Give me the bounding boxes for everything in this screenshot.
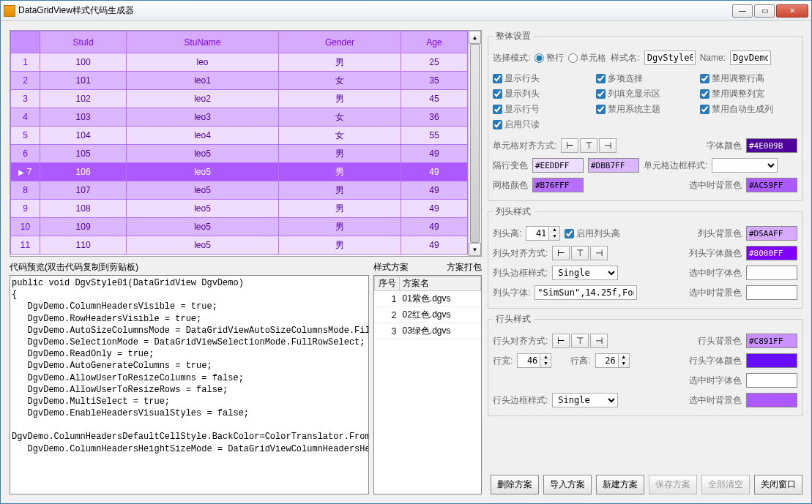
grid-scrollbar[interactable]: ▲ ▼ bbox=[468, 31, 481, 256]
align-center-button[interactable]: ⊤ bbox=[580, 138, 597, 153]
rh-align-left[interactable]: ⊢ bbox=[552, 334, 570, 348]
font-color-swatch[interactable]: #4E009B bbox=[746, 138, 797, 153]
delete-scheme-button[interactable]: 删除方案 bbox=[491, 475, 539, 494]
ch-bg-swatch[interactable]: #D5AAFF bbox=[746, 226, 797, 241]
chk-show-rownum[interactable]: 显示行号 bbox=[493, 103, 590, 116]
titlebar: DataGridView样式代码生成器 — ▭ ✕ bbox=[1, 1, 811, 21]
scroll-thumb[interactable] bbox=[470, 44, 480, 243]
table-row[interactable]: 2101leo1女35 bbox=[11, 72, 468, 90]
table-row[interactable]: 5104leo4女55 bbox=[11, 127, 468, 145]
new-scheme-button[interactable]: 新建方案 bbox=[596, 475, 644, 494]
maximize-button[interactable]: ▭ bbox=[754, 4, 775, 18]
chk-noautogen[interactable]: 禁用自动生成列 bbox=[700, 103, 797, 116]
table-row[interactable]: ▶ 7106leo5男49 bbox=[11, 163, 468, 181]
close-window-button[interactable]: 关闭窗口 bbox=[754, 475, 802, 494]
chk-show-rowheader[interactable]: 显示行头 bbox=[493, 72, 590, 85]
cell-border-select[interactable] bbox=[712, 158, 778, 173]
save-scheme-button[interactable]: 保存方案 bbox=[649, 475, 697, 494]
table-row[interactable]: 9108leo5男49 bbox=[11, 200, 468, 218]
chk-readonly[interactable]: 启用只读 bbox=[493, 119, 590, 131]
import-scheme-button[interactable]: 导入方案 bbox=[543, 475, 592, 494]
chk-multiselect[interactable]: 多项选择 bbox=[596, 72, 693, 85]
rh-fc-swatch[interactable]: #660DFF bbox=[746, 353, 797, 368]
clear-all-button[interactable]: 全部清空 bbox=[701, 475, 750, 494]
ch-selfc-swatch[interactable] bbox=[746, 266, 797, 280]
app-icon bbox=[4, 5, 15, 17]
chk-noresize-row[interactable]: 禁用调整行高 bbox=[700, 72, 797, 85]
global-settings: 整体设置 选择模式: 整行 单元格 样式名: Name: 显示行头 多项选择 禁… bbox=[488, 30, 802, 201]
ch-align-right[interactable]: ⊣ bbox=[590, 246, 608, 260]
scheme-list[interactable]: 序号方案名101紫色.dgvs202红色.dgvs303绿色.dgvs bbox=[373, 275, 482, 494]
list-item[interactable]: 202红色.dgvs bbox=[375, 307, 481, 323]
table-row[interactable]: 1100leo男25 bbox=[11, 53, 468, 72]
ch-font-input[interactable] bbox=[534, 285, 637, 300]
list-item[interactable]: 303绿色.dgvs bbox=[375, 323, 481, 339]
rh-bg-swatch[interactable]: #C891FF bbox=[746, 334, 797, 348]
mode-row-radio[interactable]: 整行 bbox=[534, 52, 564, 64]
sel-bg-swatch[interactable]: #AC59FF bbox=[746, 178, 797, 192]
alt-color2-swatch[interactable]: #DBB7FF bbox=[588, 158, 639, 173]
grid-color-swatch[interactable]: #B76FFF bbox=[532, 178, 584, 192]
rh-align-right[interactable]: ⊣ bbox=[590, 334, 608, 348]
rh-selbg-swatch[interactable]: #AC59FF bbox=[746, 393, 797, 407]
rh-border-select[interactable]: Single bbox=[552, 393, 618, 407]
window-title: DataGridView样式代码生成器 bbox=[18, 4, 732, 17]
colheader-settings: 列头样式 列头高: ▲▼ 启用列头高 列头背景色 #D5AAFF 列头对齐方式:… bbox=[488, 206, 802, 309]
table-row[interactable]: 11110leo5男49 bbox=[11, 236, 468, 255]
scheme-pack-link[interactable]: 方案打包 bbox=[447, 261, 482, 274]
ch-align-center[interactable]: ⊤ bbox=[571, 246, 589, 260]
style-name-input[interactable] bbox=[644, 50, 696, 65]
rowheader-settings: 行头样式 行头对齐方式: ⊢ ⊤ ⊣ 行头背景色 #C891FF 行宽: ▲▼ bbox=[488, 313, 802, 416]
row-width-spinner[interactable]: ▲▼ bbox=[517, 353, 551, 368]
code-preview[interactable]: public void DgvStyle01(DataGridView DgvD… bbox=[10, 275, 369, 494]
colheader-height-spinner[interactable]: ▲▼ bbox=[526, 226, 560, 241]
align-left-button[interactable]: ⊢ bbox=[561, 138, 578, 153]
row-height-spinner[interactable]: ▲▼ bbox=[595, 353, 630, 368]
table-row[interactable]: 3102leo2男45 bbox=[11, 90, 468, 108]
minimize-button[interactable]: — bbox=[732, 4, 753, 18]
alt-color1-swatch[interactable]: #EEDDFF bbox=[532, 158, 584, 173]
scroll-down-icon[interactable]: ▼ bbox=[469, 243, 481, 256]
table-row[interactable]: 6105leo5男49 bbox=[11, 145, 468, 163]
scroll-up-icon[interactable]: ▲ bbox=[469, 31, 481, 44]
chk-show-colheader[interactable]: 显示列头 bbox=[493, 88, 590, 100]
chk-fillcols[interactable]: 列填充显示区 bbox=[596, 88, 693, 100]
mode-cell-radio[interactable]: 单元格 bbox=[568, 52, 606, 64]
table-row[interactable]: 8107leo5男49 bbox=[11, 181, 468, 200]
table-row[interactable]: 4103leo3女36 bbox=[11, 108, 468, 127]
chk-colheader-height[interactable]: 启用列头高 bbox=[565, 227, 620, 240]
rh-align-center[interactable]: ⊤ bbox=[571, 334, 589, 348]
align-right-button[interactable]: ⊣ bbox=[599, 138, 617, 153]
name-input[interactable] bbox=[730, 50, 771, 65]
code-preview-label: 代码预览(双击代码复制到剪贴板) bbox=[10, 260, 369, 275]
list-item[interactable]: 101紫色.dgvs bbox=[375, 291, 481, 307]
chk-noresize-col[interactable]: 禁用调整列宽 bbox=[700, 88, 797, 100]
close-button[interactable]: ✕ bbox=[776, 4, 808, 18]
ch-selbg-swatch[interactable] bbox=[746, 285, 797, 300]
datagrid[interactable]: StuIdStuNameGenderAge1100leo男252101leo1女… bbox=[10, 30, 482, 257]
rh-selfc-swatch[interactable] bbox=[746, 373, 797, 388]
table-row[interactable]: 10109leo5男49 bbox=[11, 218, 468, 236]
app-window: DataGridView样式代码生成器 — ▭ ✕ StuIdStuNameGe… bbox=[0, 0, 812, 504]
ch-align-left[interactable]: ⊢ bbox=[552, 246, 570, 260]
ch-fc-swatch[interactable]: #8000FF bbox=[746, 246, 797, 260]
scheme-label: 样式方案 bbox=[373, 261, 409, 274]
chk-novisual[interactable]: 禁用系统主题 bbox=[596, 103, 693, 116]
ch-border-select[interactable]: Single bbox=[552, 266, 618, 280]
